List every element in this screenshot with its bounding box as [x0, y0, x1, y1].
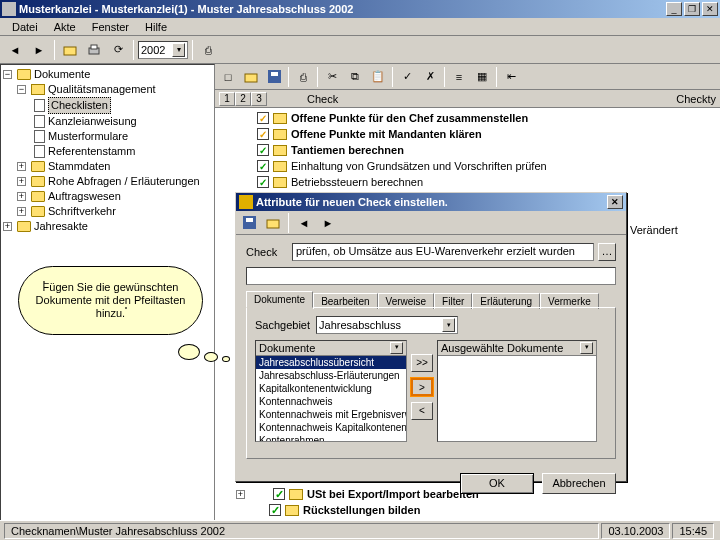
maximize-button[interactable]: ❐	[684, 2, 700, 16]
refresh-button[interactable]: ⟳	[107, 39, 129, 61]
prev-icon[interactable]: ◄	[293, 212, 315, 234]
browse-button[interactable]: …	[598, 243, 616, 261]
level-3-button[interactable]: 3	[251, 92, 267, 106]
grid-icon[interactable]: ▦	[471, 66, 493, 88]
nav-fwd-button[interactable]: ►	[28, 39, 50, 61]
list-item[interactable]: Kapitalkontenentwicklung	[256, 382, 406, 395]
separator	[133, 40, 134, 60]
list-item[interactable]: Jahresabschlussübersicht	[256, 356, 406, 369]
save-icon[interactable]	[238, 212, 260, 234]
next-icon[interactable]: ►	[317, 212, 339, 234]
open-icon[interactable]	[240, 66, 262, 88]
separator	[317, 67, 318, 87]
menu-akte[interactable]: Akte	[46, 19, 84, 35]
folder-icon	[31, 191, 45, 202]
svg-rect-2	[91, 45, 97, 49]
save-icon[interactable]	[263, 66, 285, 88]
print-button[interactable]	[83, 39, 105, 61]
list-item[interactable]: Jahresabschluss-Erläuterungen	[256, 369, 406, 382]
expand-icon[interactable]: +	[17, 162, 26, 171]
tool-extra[interactable]: ⎙	[197, 39, 219, 61]
move-left-button[interactable]: <	[411, 402, 433, 420]
dialog-icon	[239, 195, 253, 209]
tree-group[interactable]: +Schriftverkehr	[3, 204, 212, 219]
tree-item[interactable]: Checklisten	[3, 97, 212, 114]
chevron-down-icon[interactable]: ▾	[442, 318, 455, 332]
ok-button[interactable]: OK	[460, 473, 534, 494]
move-all-right-button[interactable]: >>	[411, 354, 433, 372]
callout-bubble	[178, 344, 200, 360]
selected-docs-list[interactable]: Ausgewählte Dokumente▾	[437, 340, 597, 442]
cancel-button[interactable]: Abbrechen	[542, 473, 616, 494]
window-title: Musterkanzlei - Musterkanzlei(1) - Muste…	[19, 3, 664, 15]
list-item[interactable]: Kontenrahmen	[256, 434, 406, 442]
tree-group[interactable]: +Auftragswesen	[3, 189, 212, 204]
menu-hilfe[interactable]: Hilfe	[137, 19, 175, 35]
folder-icon	[273, 145, 287, 156]
right-partial-column: Verändert	[630, 114, 718, 240]
nav-back-button[interactable]: ◄	[4, 39, 26, 61]
svg-rect-5	[271, 72, 278, 76]
folder-icon	[273, 129, 287, 140]
check-text[interactable]: Rückstellungen bilden	[303, 504, 420, 516]
menu-datei[interactable]: Datei	[4, 19, 46, 35]
check-desc-input[interactable]	[246, 267, 616, 285]
tree-root2[interactable]: +Jahresakte	[3, 219, 212, 234]
tree-group[interactable]: −Qualitätsmanagement	[3, 82, 212, 97]
chevron-down-icon[interactable]: ▾	[390, 342, 403, 354]
menu-bar: Datei Akte Fenster Hilfe	[0, 18, 720, 36]
folder-icon	[285, 505, 299, 516]
tab-dokumente[interactable]: Dokumente	[246, 291, 313, 308]
tree-item[interactable]: Referentenstamm	[3, 144, 212, 159]
doc-icon	[34, 115, 45, 128]
collapse-icon[interactable]: −	[17, 85, 26, 94]
move-right-button[interactable]: >	[411, 378, 433, 396]
tree-group[interactable]: +Stammdaten	[3, 159, 212, 174]
tree-item[interactable]: Kanzleianweisung	[3, 114, 212, 129]
folder-icon	[31, 176, 45, 187]
uncheck-icon[interactable]: ✗	[419, 66, 441, 88]
open-icon[interactable]	[262, 212, 284, 234]
svg-rect-3	[245, 74, 257, 82]
list-item[interactable]: Kontennachweis Kapitalkontenentwicklung	[256, 421, 406, 434]
level-1-button[interactable]: 1	[219, 92, 235, 106]
close-button[interactable]: ✕	[702, 2, 718, 16]
menu-fenster[interactable]: Fenster	[84, 19, 137, 35]
callout-text: Fügen Sie die gewünschten Dokumente mit …	[18, 266, 203, 335]
copy-icon[interactable]: ⧉	[344, 66, 366, 88]
expand-icon[interactable]: +	[3, 222, 12, 231]
cut-icon[interactable]: ✂	[321, 66, 343, 88]
chevron-down-icon[interactable]: ▾	[172, 43, 185, 57]
tab-panel-dokumente: Sachgebiet Jahresabschluss ▾ Dokumente▾ …	[246, 307, 616, 459]
tree-root[interactable]: −Dokumente	[3, 67, 212, 82]
list-item[interactable]: Kontennachweis	[256, 395, 406, 408]
list-icon[interactable]: ≡	[448, 66, 470, 88]
expand-icon[interactable]: +	[17, 207, 26, 216]
tree-group[interactable]: +Rohe Abfragen / Erläuterungen	[3, 174, 212, 189]
new-icon[interactable]: □	[217, 66, 239, 88]
svg-rect-6	[243, 216, 256, 229]
exit-icon[interactable]: ⇤	[500, 66, 522, 88]
expand-icon[interactable]: +	[17, 192, 26, 201]
available-docs-list[interactable]: Dokumente▾ JahresabschlussübersichtJahre…	[255, 340, 407, 442]
open-button[interactable]	[59, 39, 81, 61]
year-combo[interactable]: 2002 ▾	[138, 41, 188, 59]
chevron-down-icon[interactable]: ▾	[580, 342, 593, 354]
dialog-close-button[interactable]: ✕	[607, 195, 623, 209]
sachgebiet-combo[interactable]: Jahresabschluss ▾	[316, 316, 458, 334]
check-icon[interactable]: ✓	[396, 66, 418, 88]
minimize-button[interactable]: _	[666, 2, 682, 16]
separator	[392, 67, 393, 87]
status-path: Checknamen\Muster Jahresabschluss 2002	[4, 523, 599, 539]
tree-item[interactable]: Musterformulare	[3, 129, 212, 144]
folder-icon	[273, 161, 287, 172]
list-item[interactable]: Kontennachweis mit Ergebnisverwendung	[256, 408, 406, 421]
collapse-icon[interactable]: −	[3, 70, 12, 79]
print-icon[interactable]: ⎙	[292, 66, 314, 88]
check-input[interactable]: prüfen, ob Umsätze aus EU-Warenverkehr e…	[292, 243, 594, 261]
expand-icon[interactable]: +	[17, 177, 26, 186]
check-icon: ✓	[257, 160, 269, 172]
level-2-button[interactable]: 2	[235, 92, 251, 106]
paste-icon[interactable]: 📋	[367, 66, 389, 88]
year-value: 2002	[141, 44, 165, 56]
